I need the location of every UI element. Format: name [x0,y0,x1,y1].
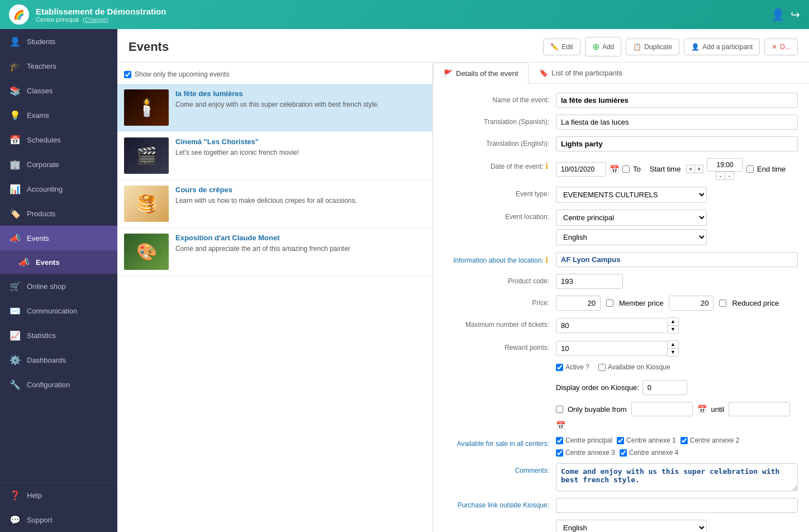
content-area: Events ✏️ Edit ⊕ Add 📋 Duplicate 👤 Add a… [117,29,809,532]
time-plus-btn[interactable]: + [686,165,695,173]
translation-spanish-value [556,115,798,130]
tickets-down-btn[interactable]: ▼ [668,326,678,333]
sidebar-item-support[interactable]: 💬 Support [0,507,117,532]
sidebar-item-help[interactable]: ❓ Help [0,483,117,507]
location-select[interactable]: Centre principal [556,210,707,226]
time-minus2-btn[interactable]: - [725,172,734,180]
sidebar-item-teachers[interactable]: 🎓 Teachers [0,54,117,78]
add-participant-button[interactable]: 👤 Add a participant [684,39,760,55]
center-annexe4-group: Centre annexe 4 [620,449,679,457]
duplicate-button[interactable]: 📋 Duplicate [626,39,679,55]
show-upcoming-checkbox[interactable] [124,71,131,78]
event-info: Cinemá "Les Choristes" Let's see togethe… [175,137,426,174]
buyable-from-input[interactable] [631,402,693,416]
sidebar-item-dashboards[interactable]: ⚙️ Dashboards [0,348,117,372]
active-checkbox[interactable] [556,364,563,371]
buyable-from-calendar[interactable]: 📅 [697,405,707,414]
description-lang-select[interactable]: English [556,520,707,532]
reward-points-input[interactable] [556,341,668,356]
tickets-up-btn[interactable]: ▲ [668,318,678,326]
kiosque-label: Available on Kiosque [608,363,670,371]
sidebar-item-label: Classes [27,87,53,95]
translation-english-input[interactable] [556,136,798,151]
reward-input-group: ▲ ▼ [556,340,679,357]
main-layout: 👤 Students 🎓 Teachers 📚 Classes 💡 Exams … [0,29,809,532]
event-item[interactable]: 🕯️ la fête des lumières Come and enjoy w… [117,84,432,132]
sidebar-item-communication[interactable]: ✉️ Communication [0,298,117,323]
max-tickets-input[interactable] [556,318,668,333]
time-input[interactable] [707,158,743,172]
sidebar-item-students[interactable]: 👤 Students [0,29,117,54]
tab-details[interactable]: 🚩 Details of the event [433,63,529,84]
tab-participants[interactable]: 🔖 List of the participants [529,63,632,83]
location-lang-select[interactable]: English [556,229,707,245]
active-value: Active ? Available on Kiosque Display or… [556,363,798,395]
buyable-checkbox[interactable] [556,406,563,413]
add-button[interactable]: ⊕ Add [585,37,621,56]
event-item[interactable]: 🥞 Cours de crêpes Learn with us how to m… [117,180,432,228]
member-price-checkbox[interactable] [606,300,613,307]
online-shop-icon: 🛒 [9,280,21,292]
rewards-down-btn[interactable]: ▼ [668,349,678,356]
center-annexe1-checkbox[interactable] [617,437,624,444]
product-code-label: Product code: [444,274,556,285]
time-plus2-btn[interactable]: + [695,165,703,173]
logo-icon: 🌈 [13,10,25,20]
center-annexe3-checkbox[interactable] [556,449,563,457]
kiosque-checkbox[interactable] [598,364,606,371]
event-type-select[interactable]: EVENEMENTS CULTURELS [556,187,707,203]
sidebar-item-exams[interactable]: 💡 Exams [0,103,117,127]
sidebar-item-events-parent[interactable]: 📣 Events [0,226,117,250]
sidebar-item-schedules[interactable]: 📅 Schedules [0,127,117,152]
rewards-up-btn[interactable]: ▲ [668,341,678,349]
form-row-product-code: Product code: [444,274,798,289]
date-to-checkbox[interactable] [622,165,630,173]
form-row-max-tickets: Maximum number of tickets: ▲ ▼ [444,317,798,334]
reduced-price-checkbox[interactable] [719,300,726,307]
name-input[interactable] [556,93,798,108]
event-item[interactable]: 🎨 Exposition d'art Claude Monet Come and… [117,228,432,276]
time-minus-btn[interactable]: - [716,172,725,180]
center-annexe1-group: Centre annexe 1 [617,436,676,444]
product-code-input[interactable] [556,274,623,289]
purchase-link-input[interactable] [556,498,798,513]
centers-label: Available for sale in all centers: [444,436,556,448]
sidebar-item-statistics[interactable]: 📈 Statistics [0,323,117,348]
end-time-checkbox[interactable] [746,165,754,173]
center-annexe2-checkbox[interactable] [680,437,688,444]
delete-button[interactable]: ✕ D... [764,39,798,55]
event-item[interactable]: 🎬 Cinemá "Les Choristes" Let's see toget… [117,132,432,180]
change-link[interactable]: (Change) [83,16,108,23]
sidebar-item-products[interactable]: 🏷️ Products [0,201,117,226]
sidebar-item-events[interactable]: 📣 Events [0,250,117,274]
sidebar-item-label: Events [27,234,49,243]
date-info-icon: ℹ [545,162,548,170]
user-icon[interactable]: 👤 [771,8,785,21]
center-principal-checkbox[interactable] [556,437,563,444]
display-order-input[interactable] [643,380,687,395]
calendar-button[interactable]: 📅 [610,165,619,174]
event-description: Learn with us how to make delicious crep… [175,196,426,206]
center-annexe4-checkbox[interactable] [620,449,627,457]
sidebar-item-corporate[interactable]: 🏢 Corporate [0,152,117,177]
sidebar-item-configuration[interactable]: 🔧 Configuration [0,372,117,397]
date-input[interactable] [556,162,606,177]
sidebar-item-accounting[interactable]: 📊 Accounting [0,177,117,201]
form-row-comments: Comments: Come and enjoy with us this su… [444,463,798,491]
info-location-value [556,252,798,267]
sidebar-item-online-shop[interactable]: 🛒 Online shop [0,274,117,298]
edit-button[interactable]: ✏️ Edit [543,39,580,55]
translation-spanish-input[interactable] [556,115,798,130]
info-location-input[interactable] [556,252,798,267]
logout-icon[interactable]: ↪ [791,8,800,21]
buyable-until-calendar[interactable]: 📅 [556,421,565,430]
member-price-input[interactable] [669,296,713,311]
price-input[interactable] [556,296,601,311]
until-label: until [711,405,725,414]
toolbar: ✏️ Edit ⊕ Add 📋 Duplicate 👤 Add a partic… [543,37,798,56]
centers-value: Centre principal Centre annexe 1 Centre … [556,436,798,457]
sidebar-item-classes[interactable]: 📚 Classes [0,78,117,103]
sidebar-item-label: Teachers [27,62,56,70]
buyable-until-input[interactable] [729,402,790,416]
comments-textarea[interactable]: Come and enjoy with us this super celebr… [556,463,798,491]
